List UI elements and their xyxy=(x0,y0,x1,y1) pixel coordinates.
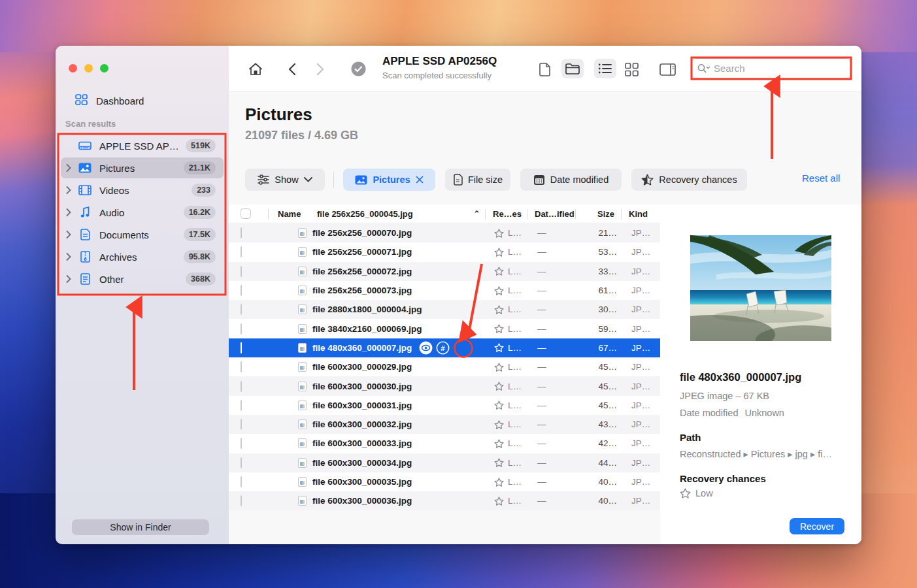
table-row[interactable]: file 256x256_000071.jpg # xyxy=(229,242,660,261)
zoom-button[interactable] xyxy=(100,64,108,73)
file-view-button[interactable] xyxy=(536,61,553,78)
table-row[interactable]: file 3840x2160_000069.jpg # xyxy=(229,319,660,338)
star-outline-icon xyxy=(494,324,504,333)
detail-recovery-label: Recovery chances xyxy=(680,473,766,484)
search-input[interactable] xyxy=(714,63,845,74)
window-controls xyxy=(69,64,108,73)
row-checkbox[interactable] xyxy=(241,342,242,353)
list-view-button[interactable] xyxy=(594,59,616,78)
row-checkbox[interactable] xyxy=(241,304,242,315)
date-value: — xyxy=(529,343,578,353)
table-row[interactable]: file 600x300_000032.jpg # xyxy=(229,415,660,434)
row-checkbox[interactable] xyxy=(241,419,242,430)
count-badge: 95.8K xyxy=(184,250,216,263)
table-row[interactable]: file 256x256_000072.jpg # xyxy=(229,262,660,281)
table-row[interactable]: file 256x256_000073.jpg # xyxy=(229,281,660,300)
sidebar-item-dashboard[interactable]: Dashboard xyxy=(56,92,229,109)
row-checkbox[interactable] xyxy=(241,495,242,506)
table-row[interactable]: file 600x300_000035.jpg # xyxy=(229,472,660,491)
sidebar-item-archives[interactable]: Archives 95.8K xyxy=(56,246,229,268)
table-row[interactable]: file 480x360_000007.jpg # xyxy=(229,338,660,357)
row-checkbox[interactable] xyxy=(241,400,242,411)
column-header-name[interactable]: Name xyxy=(278,204,301,223)
row-name-cell: file 256x256_000072.jpg # xyxy=(259,267,488,276)
date-value: — xyxy=(529,458,578,468)
select-all-checkbox[interactable] xyxy=(241,208,251,219)
row-checkbox[interactable] xyxy=(241,381,242,392)
recovery-chances-filter-button[interactable]: Recovery chances xyxy=(631,169,747,191)
row-checkbox[interactable] xyxy=(241,266,242,277)
pictures-filter-chip[interactable]: Pictures xyxy=(343,169,435,191)
scan-title-block: APPLE SSD AP0256Q Scan completed success… xyxy=(382,55,497,80)
reset-all-button[interactable]: Reset all xyxy=(802,172,840,184)
sidebar-item-pictures[interactable]: Pictures 21.1K xyxy=(56,157,229,179)
table-row[interactable]: file 600x300_000031.jpg # xyxy=(229,396,660,415)
date-value: — xyxy=(529,324,578,334)
row-checkbox[interactable] xyxy=(241,438,242,449)
home-button[interactable] xyxy=(247,61,264,78)
date-value: — xyxy=(529,477,578,487)
column-header-size[interactable]: Size xyxy=(575,204,614,223)
filter-bar: Show Pictures xyxy=(229,169,861,191)
chevron-right-icon[interactable] xyxy=(66,253,74,261)
sidebar-item-audio[interactable]: Audio 16.2K xyxy=(56,201,229,223)
table-row[interactable]: file 256x256_000070.jpg # xyxy=(229,223,660,242)
sidebar-item-other[interactable]: Other 368K xyxy=(56,268,229,290)
row-checkbox[interactable] xyxy=(241,476,242,487)
minimize-button[interactable] xyxy=(84,64,93,73)
row-checkbox[interactable] xyxy=(241,227,242,238)
row-recovery-cell: L… xyxy=(488,362,529,372)
preview-eye-icon[interactable] xyxy=(419,341,433,355)
sidebar-item-documents[interactable]: Documents 17.5K xyxy=(56,223,229,246)
chevron-right-icon[interactable] xyxy=(66,231,74,238)
row-checkbox[interactable] xyxy=(241,285,242,296)
date-value: — xyxy=(529,304,578,314)
row-checkbox[interactable] xyxy=(241,361,242,372)
jpeg-file-icon xyxy=(298,458,307,468)
forward-button[interactable] xyxy=(313,61,327,78)
row-checkbox[interactable] xyxy=(241,323,242,335)
file-size-filter-button[interactable]: File size xyxy=(445,169,510,191)
show-filter-button[interactable]: Show xyxy=(245,169,325,191)
search-field[interactable] xyxy=(692,58,851,78)
table-row[interactable]: file 600x300_000034.jpg # xyxy=(229,453,660,472)
preview-panel-toggle-button[interactable] xyxy=(658,61,676,78)
column-header-recovery[interactable]: Re…es xyxy=(493,204,522,223)
table-header: Name file 256x256_000045.jpg ⌃ Re…es Dat… xyxy=(229,204,660,223)
sort-ascending-icon[interactable]: ⌃ xyxy=(473,204,480,223)
table-row[interactable]: file 600x300_000030.jpg # xyxy=(229,376,660,395)
chevron-right-icon[interactable] xyxy=(66,164,74,172)
row-checkbox[interactable] xyxy=(241,457,242,468)
recover-button[interactable]: Recover xyxy=(790,518,844,534)
table-row[interactable]: file 600x300_000036.jpg # xyxy=(229,491,660,510)
recovery-value: L… xyxy=(508,247,522,257)
sidebar-item-disk[interactable]: APPLE SSD AP… 519K xyxy=(56,135,229,157)
table-row[interactable]: file 600x300_000029.jpg # xyxy=(229,357,660,376)
chevron-right-icon[interactable] xyxy=(66,208,74,216)
date-modified-filter-button[interactable]: Date modified xyxy=(520,169,622,191)
column-divider xyxy=(527,209,527,219)
star-outline-icon xyxy=(494,286,504,295)
sidebar-item-label: Dashboard xyxy=(96,95,144,106)
close-icon[interactable] xyxy=(416,176,424,184)
sidebar-item-videos[interactable]: Videos 233 xyxy=(56,179,229,201)
count-badge: 233 xyxy=(192,184,216,197)
row-checkbox[interactable] xyxy=(241,246,242,257)
file-size-label: File size xyxy=(468,174,503,185)
row-checkbox-cell xyxy=(229,458,259,468)
grid-view-button[interactable] xyxy=(623,61,640,78)
hex-id-icon[interactable]: # xyxy=(436,341,450,355)
file-name: file 256x256_000072.jpg xyxy=(312,267,412,276)
chevron-right-icon[interactable] xyxy=(66,186,74,194)
folder-view-button[interactable] xyxy=(561,59,584,78)
table-row[interactable]: file 2880x1800_000004.jpg # xyxy=(229,300,660,319)
back-button[interactable] xyxy=(285,61,299,78)
documents-icon xyxy=(78,229,92,240)
ghost-row-name: file 256x256_000045.jpg xyxy=(317,204,413,223)
table-row[interactable]: file 600x300_000033.jpg # xyxy=(229,434,660,453)
chevron-right-icon[interactable] xyxy=(66,275,74,283)
column-header-kind[interactable]: Kind xyxy=(629,204,648,223)
show-in-finder-button[interactable]: Show in Finder xyxy=(72,519,209,535)
close-button[interactable] xyxy=(69,64,77,73)
column-header-date[interactable]: Dat…ified xyxy=(535,204,575,223)
